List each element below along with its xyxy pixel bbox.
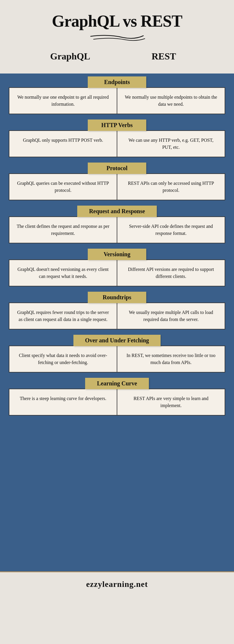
comparison-row: Request and Response The client defines … — [9, 206, 225, 243]
category-label-7: Learning Curve — [85, 378, 149, 389]
column-headers: GraphQL REST — [6, 48, 228, 68]
rest-card-3: Server-side API code defines the request… — [117, 217, 225, 243]
comparison-row: Learning Curve There is a steep learning… — [9, 378, 225, 416]
rest-card-7: REST APIs are very simple to learn and i… — [117, 389, 225, 415]
category-label-6: Over and Under Fetching — [73, 335, 161, 346]
graphql-card-3: The client defines the request and respo… — [9, 217, 117, 243]
category-tape-5: Roundtrips — [9, 292, 225, 303]
cards-container-5: GraphQL requires fewer round trips to th… — [9, 303, 225, 329]
rest-card-2: REST APIs can only be accessed using HTT… — [117, 174, 225, 200]
category-label-5: Roundtrips — [88, 292, 146, 303]
category-label-3: Request and Response — [77, 206, 156, 217]
rest-card-0: We normally use multiple endpoints to ob… — [117, 88, 225, 114]
cards-container-4: GraphQL doesn't need versioning as every… — [9, 259, 225, 286]
decorative-lines — [85, 33, 149, 42]
category-tape-1: HTTP Verbs — [9, 119, 225, 131]
category-label-1: HTTP Verbs — [88, 119, 146, 131]
cards-container-0: We normally use one endpoint to get all … — [9, 87, 225, 114]
cards-container-3: The client defines the request and respo… — [9, 216, 225, 243]
cards-container-1: GraphQL only supports HTTP POST verb. We… — [9, 130, 225, 157]
comparison-row: Versioning GraphQL doesn't need versioni… — [9, 249, 225, 286]
rest-card-1: We can use any HTTP verb, e.g. GET, POST… — [117, 131, 225, 157]
graphql-card-1: GraphQL only supports HTTP POST verb. — [9, 131, 117, 157]
category-label-0: Endpoints — [88, 76, 146, 88]
rest-column-header: REST — [122, 51, 206, 62]
page-wrapper: GraphQL vs REST GraphQL REST Endpoints W… — [0, 0, 234, 596]
graphql-card-6: Client specify what data it needs to avo… — [9, 346, 117, 372]
category-tape-4: Versioning — [9, 249, 225, 260]
category-tape-2: Protocol — [9, 163, 225, 174]
blue-section: Endpoints We normally use one endpoint t… — [0, 74, 234, 571]
main-title: GraphQL vs REST — [6, 12, 228, 30]
footer-section: ezzylearning.net — [0, 571, 234, 596]
graphql-card-5: GraphQL requires fewer round trips to th… — [9, 303, 117, 329]
graphql-card-0: We normally use one endpoint to get all … — [9, 88, 117, 114]
comparison-row: Endpoints We normally use one endpoint t… — [9, 76, 225, 114]
comparison-row: HTTP Verbs GraphQL only supports HTTP PO… — [9, 119, 225, 157]
graphql-card-7: There is a steep learning curve for deve… — [9, 389, 117, 415]
cards-container-7: There is a steep learning curve for deve… — [9, 389, 225, 416]
category-tape-6: Over and Under Fetching — [9, 335, 225, 346]
rest-card-6: In REST, we sometimes receive too little… — [117, 346, 225, 372]
rest-card-5: We usually require multiple API calls to… — [117, 303, 225, 329]
category-label-2: Protocol — [88, 163, 146, 174]
category-tape-3: Request and Response — [9, 206, 225, 217]
header-section: GraphQL vs REST GraphQL REST — [0, 0, 234, 74]
category-tape-0: Endpoints — [9, 76, 225, 88]
comparison-row: Over and Under Fetching Client specify w… — [9, 335, 225, 373]
cards-container-2: GraphQL queries can be executed without … — [9, 173, 225, 200]
comparison-row: Roundtrips GraphQL requires fewer round … — [9, 292, 225, 329]
category-label-4: Versioning — [88, 249, 146, 260]
rest-card-4: Different API versions are required to s… — [117, 260, 225, 286]
comparison-row: Protocol GraphQL queries can be executed… — [9, 163, 225, 200]
category-tape-7: Learning Curve — [9, 378, 225, 389]
cards-container-6: Client specify what data it needs to avo… — [9, 346, 225, 373]
graphql-column-header: GraphQL — [28, 51, 112, 62]
footer-text: ezzylearning.net — [86, 580, 148, 589]
graphql-card-4: GraphQL doesn't need versioning as every… — [9, 260, 117, 286]
graphql-card-2: GraphQL queries can be executed without … — [9, 174, 117, 200]
